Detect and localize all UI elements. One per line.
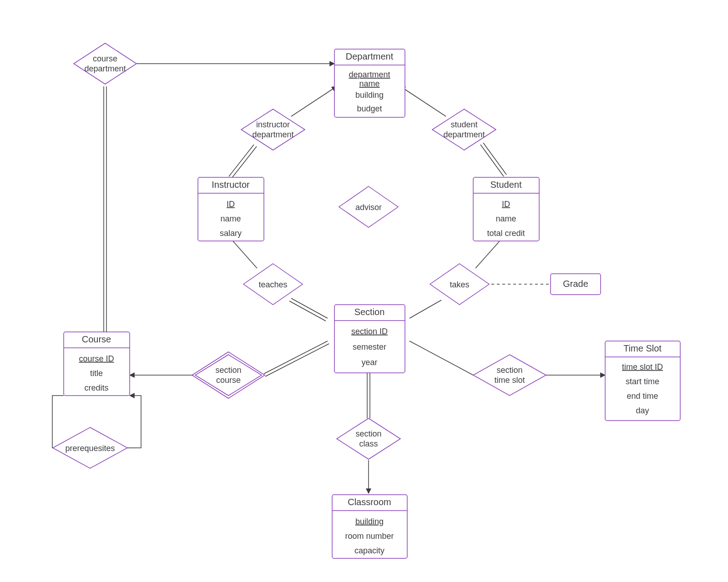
edge-stud-dept-to-student-b	[483, 143, 506, 175]
entity-course-attr-0: course ID	[79, 354, 114, 363]
rel-takes-label: takes	[450, 280, 469, 289]
entity-timeslot-attr-2: end time	[627, 391, 658, 401]
edge-takes-to-student	[475, 240, 500, 268]
rel-takes: takes	[430, 264, 489, 305]
entity-timeslot-attr-1: start time	[626, 377, 659, 386]
rel-sec-course-label-1: course	[216, 376, 241, 385]
rel-section-class: section class	[337, 418, 400, 459]
entity-classroom: Classroom building room number capacity	[332, 495, 407, 558]
entity-instructor-attr-1: name	[220, 214, 241, 223]
entity-timeslot-title: Time Slot	[623, 343, 662, 353]
entity-instructor-title: Instructor	[212, 180, 250, 190]
entity-grade: Grade	[551, 274, 601, 295]
rel-section-course: section course	[192, 352, 265, 398]
entity-section-attr-2: year	[361, 358, 377, 367]
rel-teaches: teaches	[243, 264, 303, 305]
entity-student-attr-1: name	[495, 214, 516, 223]
rel-section-time-slot: section time slot	[473, 355, 546, 396]
rel-sec-class-label-1: class	[359, 439, 378, 448]
rel-advisor-label: advisor	[355, 203, 382, 212]
entity-department-title: Department	[346, 51, 394, 61]
edge-stud-dept-to-student-a	[480, 145, 504, 176]
entity-course: Course course ID title credits	[64, 332, 130, 396]
edge-teaches-to-section-b	[289, 301, 326, 321]
rel-instr-dept-label-1: department	[252, 130, 293, 139]
edge-teaches-to-section-a	[291, 298, 328, 318]
edge-instr-dept-to-instructor-b	[232, 146, 257, 178]
entity-timeslot: Time Slot time slot ID start time end ti…	[605, 341, 680, 421]
rel-sec-course-label-0: section	[215, 366, 241, 375]
entity-department-attr-1: building	[355, 90, 384, 100]
rel-student-department: student department	[432, 109, 496, 150]
entity-section-title: Section	[354, 307, 385, 317]
rel-instructor-department: instructor department	[241, 109, 305, 150]
edge-stud-dept-to-department	[400, 86, 446, 116]
rel-instr-dept-label-0: instructor	[256, 120, 290, 129]
edge-takes-to-section	[410, 300, 441, 318]
edge-prereq-right	[118, 396, 141, 448]
rel-course-department-label-1: department	[84, 64, 126, 73]
entity-course-title: Course	[82, 334, 111, 344]
entity-grade-title: Grade	[563, 279, 588, 289]
entity-instructor-attr-2: salary	[220, 229, 242, 238]
rel-stud-dept-label-1: department	[443, 130, 485, 139]
rel-course-department-label-0: course	[93, 54, 117, 63]
edge-sec-course-to-section-a	[264, 341, 328, 374]
rel-sec-class-label-0: section	[355, 429, 381, 438]
entity-course-attr-1: title	[90, 369, 103, 378]
entity-instructor-attr-0: ID	[227, 200, 235, 209]
edge-sec-course-to-section-b	[265, 344, 329, 376]
edge-instr-dept-to-department	[291, 86, 337, 116]
entity-timeslot-attr-0: time slot ID	[622, 362, 663, 371]
entity-timeslot-attr-3: day	[636, 406, 649, 415]
rel-sec-ts-label-1: time slot	[494, 376, 525, 385]
entity-student-title: Student	[490, 180, 522, 190]
rel-prereq-label: prerequesites	[65, 444, 115, 453]
edge-instr-dept-to-instructor-a	[229, 145, 254, 176]
entity-student-attr-2: total credit	[487, 229, 525, 238]
entity-section: Section section ID semester year	[334, 305, 405, 373]
rel-sec-ts-label-0: section	[496, 366, 522, 375]
entity-classroom-attr-0: building	[355, 517, 384, 526]
rel-advisor: advisor	[339, 186, 398, 227]
entity-classroom-title: Classroom	[348, 497, 391, 507]
rel-course-department: course department	[74, 43, 136, 84]
edge-sec-ts-to-section	[410, 341, 473, 375]
rel-prerequisites: prerequesites	[53, 427, 127, 468]
edge-prereq-left	[52, 396, 64, 448]
entity-department: Department departmentname building budge…	[334, 49, 405, 117]
entity-student-attr-0: ID	[502, 200, 510, 209]
rel-teaches-label: teaches	[258, 280, 287, 289]
rel-stud-dept-label-0: student	[450, 120, 477, 129]
entity-section-attr-0: section ID	[351, 327, 388, 336]
entity-course-attr-2: credits	[84, 383, 108, 392]
er-diagram: Department departmentname building budge…	[0, 0, 728, 582]
entity-student: Student ID name total credit	[473, 177, 539, 241]
entity-classroom-attr-1: room number	[345, 532, 394, 541]
entity-section-attr-1: semester	[353, 342, 386, 351]
entity-department-attr-2: budget	[357, 104, 382, 113]
entity-instructor: Instructor ID name salary	[198, 177, 264, 241]
edge-teaches-to-instructor	[232, 240, 257, 268]
entity-classroom-attr-2: capacity	[354, 546, 384, 555]
